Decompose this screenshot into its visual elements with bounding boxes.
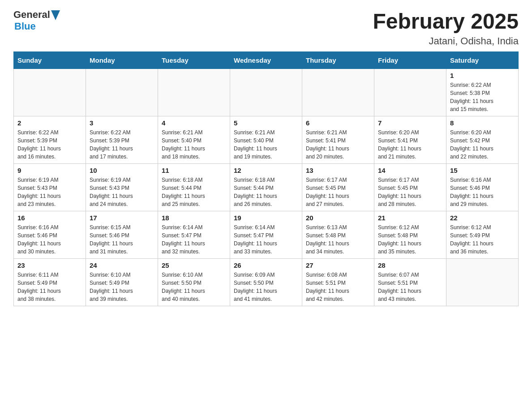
- calendar-day-cell: 12Sunrise: 6:18 AM Sunset: 5:44 PM Dayli…: [230, 164, 302, 211]
- day-number: 26: [234, 261, 298, 269]
- calendar-day-cell: 19Sunrise: 6:14 AM Sunset: 5:47 PM Dayli…: [230, 211, 302, 259]
- calendar-day-cell: 15Sunrise: 6:16 AM Sunset: 5:46 PM Dayli…: [446, 164, 519, 211]
- calendar-day-cell: [446, 259, 519, 306]
- day-of-week-header: Monday: [86, 52, 158, 69]
- logo-arrow-icon: [51, 10, 60, 20]
- logo-line1: General: [13, 9, 60, 21]
- day-number: 23: [17, 261, 82, 269]
- day-info: Sunrise: 6:12 AM Sunset: 5:49 PM Dayligh…: [450, 223, 515, 256]
- calendar-day-cell: 14Sunrise: 6:17 AM Sunset: 5:45 PM Dayli…: [374, 164, 446, 211]
- calendar-day-cell: 13Sunrise: 6:17 AM Sunset: 5:45 PM Dayli…: [302, 164, 374, 211]
- logo-blue-text: Blue: [14, 21, 36, 32]
- day-number: 15: [450, 167, 515, 174]
- day-of-week-header: Friday: [374, 52, 446, 69]
- day-number: 1: [450, 72, 515, 79]
- calendar-day-cell: 3Sunrise: 6:22 AM Sunset: 5:39 PM Daylig…: [86, 116, 158, 164]
- day-of-week-header: Sunday: [14, 52, 86, 69]
- day-info: Sunrise: 6:20 AM Sunset: 5:41 PM Dayligh…: [378, 128, 442, 161]
- calendar-day-cell: 9Sunrise: 6:19 AM Sunset: 5:43 PM Daylig…: [14, 164, 86, 211]
- svg-marker-0: [51, 10, 60, 20]
- calendar-day-cell: 4Sunrise: 6:21 AM Sunset: 5:40 PM Daylig…: [158, 116, 230, 164]
- day-number: 18: [162, 214, 226, 222]
- calendar-day-cell: 27Sunrise: 6:08 AM Sunset: 5:51 PM Dayli…: [302, 259, 374, 306]
- day-number: 2: [17, 119, 82, 127]
- calendar-day-cell: 11Sunrise: 6:18 AM Sunset: 5:44 PM Dayli…: [158, 164, 230, 211]
- calendar-day-cell: 10Sunrise: 6:19 AM Sunset: 5:43 PM Dayli…: [86, 164, 158, 211]
- day-number: 7: [378, 119, 442, 127]
- day-info: Sunrise: 6:20 AM Sunset: 5:42 PM Dayligh…: [450, 128, 515, 161]
- day-info: Sunrise: 6:08 AM Sunset: 5:51 PM Dayligh…: [306, 271, 370, 303]
- day-info: Sunrise: 6:21 AM Sunset: 5:41 PM Dayligh…: [306, 128, 370, 161]
- day-number: 22: [450, 214, 515, 222]
- calendar-day-cell: 25Sunrise: 6:10 AM Sunset: 5:50 PM Dayli…: [158, 259, 230, 306]
- day-info: Sunrise: 6:14 AM Sunset: 5:47 PM Dayligh…: [162, 223, 226, 256]
- day-info: Sunrise: 6:22 AM Sunset: 5:38 PM Dayligh…: [450, 81, 515, 113]
- calendar-day-cell: 28Sunrise: 6:07 AM Sunset: 5:51 PM Dayli…: [374, 259, 446, 306]
- page-subtitle: Jatani, Odisha, India: [373, 35, 519, 47]
- logo: General Blue: [13, 9, 60, 32]
- calendar-day-cell: 5Sunrise: 6:21 AM Sunset: 5:40 PM Daylig…: [230, 116, 302, 164]
- day-info: Sunrise: 6:21 AM Sunset: 5:40 PM Dayligh…: [234, 128, 298, 161]
- day-info: Sunrise: 6:17 AM Sunset: 5:45 PM Dayligh…: [306, 176, 370, 208]
- day-info: Sunrise: 6:19 AM Sunset: 5:43 PM Dayligh…: [90, 176, 154, 208]
- day-number: 19: [234, 214, 298, 222]
- day-number: 13: [306, 167, 370, 174]
- day-number: 8: [450, 119, 515, 127]
- day-number: 17: [90, 214, 154, 222]
- calendar-day-cell: 23Sunrise: 6:11 AM Sunset: 5:49 PM Dayli…: [14, 259, 86, 306]
- calendar-day-cell: [302, 69, 374, 116]
- day-number: 21: [378, 214, 442, 222]
- calendar-day-cell: 8Sunrise: 6:20 AM Sunset: 5:42 PM Daylig…: [446, 116, 519, 164]
- logo-general-text: General: [13, 9, 50, 21]
- day-of-week-header: Saturday: [446, 52, 519, 69]
- calendar-day-cell: 16Sunrise: 6:16 AM Sunset: 5:46 PM Dayli…: [14, 211, 86, 259]
- calendar-week-row: 1Sunrise: 6:22 AM Sunset: 5:38 PM Daylig…: [14, 69, 519, 116]
- page-header: General Blue February 2025 Jatani, Odish…: [13, 9, 519, 47]
- day-info: Sunrise: 6:22 AM Sunset: 5:39 PM Dayligh…: [90, 128, 154, 161]
- day-number: 10: [90, 167, 154, 174]
- calendar-day-cell: 6Sunrise: 6:21 AM Sunset: 5:41 PM Daylig…: [302, 116, 374, 164]
- day-info: Sunrise: 6:14 AM Sunset: 5:47 PM Dayligh…: [234, 223, 298, 256]
- day-of-week-header: Wednesday: [230, 52, 302, 69]
- day-info: Sunrise: 6:11 AM Sunset: 5:49 PM Dayligh…: [17, 271, 82, 303]
- day-number: 9: [17, 167, 82, 174]
- day-number: 16: [17, 214, 82, 222]
- calendar-table: SundayMondayTuesdayWednesdayThursdayFrid…: [13, 51, 519, 306]
- day-info: Sunrise: 6:07 AM Sunset: 5:51 PM Dayligh…: [378, 271, 442, 303]
- day-number: 14: [378, 167, 442, 174]
- page-title: February 2025: [373, 9, 519, 34]
- calendar-day-cell: [374, 69, 446, 116]
- calendar-day-cell: [86, 69, 158, 116]
- calendar-day-cell: [14, 69, 86, 116]
- calendar-day-cell: 17Sunrise: 6:15 AM Sunset: 5:46 PM Dayli…: [86, 211, 158, 259]
- day-number: 27: [306, 261, 370, 269]
- day-number: 11: [162, 167, 226, 174]
- calendar-week-row: 2Sunrise: 6:22 AM Sunset: 5:39 PM Daylig…: [14, 116, 519, 164]
- calendar-day-cell: 20Sunrise: 6:13 AM Sunset: 5:48 PM Dayli…: [302, 211, 374, 259]
- day-info: Sunrise: 6:13 AM Sunset: 5:48 PM Dayligh…: [306, 223, 370, 256]
- day-info: Sunrise: 6:16 AM Sunset: 5:46 PM Dayligh…: [17, 223, 82, 256]
- calendar-day-cell: 22Sunrise: 6:12 AM Sunset: 5:49 PM Dayli…: [446, 211, 519, 259]
- calendar-day-cell: 2Sunrise: 6:22 AM Sunset: 5:39 PM Daylig…: [14, 116, 86, 164]
- day-number: 20: [306, 214, 370, 222]
- day-info: Sunrise: 6:17 AM Sunset: 5:45 PM Dayligh…: [378, 176, 442, 208]
- day-of-week-header: Thursday: [302, 52, 374, 69]
- day-info: Sunrise: 6:21 AM Sunset: 5:40 PM Dayligh…: [162, 128, 226, 161]
- day-number: 12: [234, 167, 298, 174]
- day-info: Sunrise: 6:16 AM Sunset: 5:46 PM Dayligh…: [450, 176, 515, 208]
- day-info: Sunrise: 6:10 AM Sunset: 5:50 PM Dayligh…: [162, 271, 226, 303]
- day-info: Sunrise: 6:18 AM Sunset: 5:44 PM Dayligh…: [162, 176, 226, 208]
- day-info: Sunrise: 6:10 AM Sunset: 5:49 PM Dayligh…: [90, 271, 154, 303]
- calendar-day-cell: [158, 69, 230, 116]
- day-info: Sunrise: 6:18 AM Sunset: 5:44 PM Dayligh…: [234, 176, 298, 208]
- day-number: 25: [162, 261, 226, 269]
- calendar-day-cell: 7Sunrise: 6:20 AM Sunset: 5:41 PM Daylig…: [374, 116, 446, 164]
- day-number: 4: [162, 119, 226, 127]
- day-info: Sunrise: 6:22 AM Sunset: 5:39 PM Dayligh…: [17, 128, 82, 161]
- calendar-day-cell: 24Sunrise: 6:10 AM Sunset: 5:49 PM Dayli…: [86, 259, 158, 306]
- calendar-day-cell: 1Sunrise: 6:22 AM Sunset: 5:38 PM Daylig…: [446, 69, 519, 116]
- calendar-header-row: SundayMondayTuesdayWednesdayThursdayFrid…: [14, 52, 519, 69]
- day-of-week-header: Tuesday: [158, 52, 230, 69]
- day-info: Sunrise: 6:09 AM Sunset: 5:50 PM Dayligh…: [234, 271, 298, 303]
- day-number: 24: [90, 261, 154, 269]
